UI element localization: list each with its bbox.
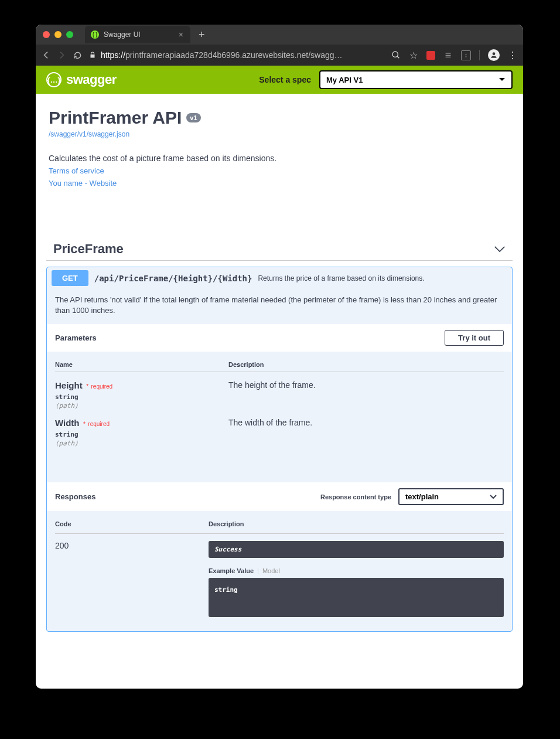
window-titlebar: { } Swagger UI × + <box>36 25 523 45</box>
param-type: string <box>55 431 228 438</box>
address-bar: https://printframerapiaada728d4b6996.azu… <box>36 45 523 66</box>
url-field[interactable]: https://printframerapiaada728d4b6996.azu… <box>89 50 384 60</box>
api-description: Calculates the cost of a picture frame b… <box>49 154 510 163</box>
param-name: Width <box>55 418 80 428</box>
swagger-logo-text: swagger <box>66 72 117 87</box>
method-badge: GET <box>52 270 88 286</box>
response-code: 200 <box>55 541 209 617</box>
param-name: Height <box>55 380 83 390</box>
divider: | <box>257 567 259 574</box>
operation-header[interactable]: GET /api/PriceFrame/{Height}/{Width} Ret… <box>47 267 512 289</box>
param-type: string <box>55 393 228 401</box>
operation-get-priceframe: GET /api/PriceFrame/{Height}/{Width} Ret… <box>46 267 513 632</box>
maximize-window-button[interactable] <box>66 31 73 38</box>
param-row-width: Width * required string (path) The width… <box>55 410 504 447</box>
swagger-topbar: {…} swagger Select a spec My API V1 <box>36 66 523 94</box>
swagger-logo[interactable]: {…} swagger <box>46 72 117 87</box>
param-header-desc: Description <box>228 361 504 368</box>
swagger-json-link[interactable]: /swagger/v1/swagger.json <box>49 130 510 138</box>
required-label: required <box>91 383 112 390</box>
section-title: PriceFrame <box>53 241 124 257</box>
spec-select-value: My API V1 <box>326 76 363 84</box>
operation-path: /api/PriceFrame/{Height}/{Width} <box>94 274 252 283</box>
api-title: PrintFramer API v1 <box>49 108 510 128</box>
try-it-out-button[interactable]: Try it out <box>445 330 504 346</box>
contact-link[interactable]: You name - Website <box>49 179 510 188</box>
separator <box>479 50 480 60</box>
content-type-value: text/plain <box>405 492 439 501</box>
section-priceframe-header[interactable]: PriceFrame <box>46 238 513 261</box>
operation-summary: Returns the price of a frame based on it… <box>258 274 424 282</box>
response-description: Success <box>209 541 504 558</box>
swagger-logo-icon: {…} <box>46 72 62 87</box>
param-in: (path) <box>55 440 228 447</box>
required-label: required <box>88 421 110 427</box>
svg-point-1 <box>493 52 496 55</box>
minimize-window-button[interactable] <box>54 31 62 38</box>
chevron-down-icon <box>490 495 497 499</box>
reload-icon[interactable] <box>73 51 82 60</box>
browser-tab-active[interactable]: { } Swagger UI × <box>85 26 190 43</box>
param-header-name: Name <box>55 361 228 368</box>
browser-window: { } Swagger UI × + https://printframerap… <box>36 25 523 689</box>
content-type-dropdown[interactable]: text/plain <box>398 488 504 505</box>
operation-description: The API returns 'not valid' if the total… <box>55 295 504 316</box>
example-value-tab[interactable]: Example Value <box>209 567 254 574</box>
responses-heading: Responses <box>55 492 95 501</box>
profile-avatar[interactable] <box>488 49 500 61</box>
version-badge: v1 <box>186 113 200 122</box>
svg-point-0 <box>392 52 398 57</box>
param-description: The width of the frame. <box>228 418 504 447</box>
browser-tabs: { } Swagger UI × + <box>85 26 205 43</box>
spec-select-dropdown[interactable]: My API V1 <box>319 70 513 89</box>
tab-favicon: { } <box>91 30 99 39</box>
required-star: * <box>86 383 88 390</box>
chevron-down-icon <box>494 246 506 253</box>
param-in: (path) <box>55 402 228 410</box>
lock-icon <box>89 52 96 59</box>
resp-header-desc: Description <box>209 520 244 527</box>
window-controls <box>43 31 73 38</box>
close-window-button[interactable] <box>43 31 50 38</box>
extension-icon-2[interactable]: ≡ <box>443 50 453 60</box>
chevron-down-icon <box>498 77 506 82</box>
tab-title: Swagger UI <box>104 30 141 39</box>
content-type-label: Response content type <box>320 493 391 500</box>
spec-select-label: Select a spec <box>259 75 311 84</box>
star-icon[interactable]: ☆ <box>409 50 418 60</box>
tab-close-icon[interactable]: × <box>179 30 183 39</box>
url-text: https://printframerapiaada728d4b6996.azu… <box>101 50 343 60</box>
param-row-height: Height * required string (path) The heig… <box>55 372 504 410</box>
required-star: * <box>83 421 86 427</box>
resp-header-code: Code <box>55 520 209 527</box>
new-tab-button[interactable]: + <box>199 29 205 41</box>
parameters-heading: Parameters <box>55 333 97 342</box>
extension-icon-3[interactable]: ↕ <box>461 50 471 60</box>
response-row-200: 200 Success Example Value | Model string <box>55 534 504 617</box>
extension-icon-1[interactable] <box>426 51 435 60</box>
terms-link[interactable]: Terms of service <box>49 166 510 175</box>
param-description: The height of the frame. <box>228 380 504 410</box>
model-tab[interactable]: Model <box>262 567 280 574</box>
zoom-icon[interactable] <box>391 50 401 60</box>
menu-dots-icon[interactable]: ⋮ <box>508 50 517 60</box>
nav-forward-icon[interactable] <box>57 50 66 60</box>
nav-back-icon[interactable] <box>42 50 51 60</box>
example-value-box: string <box>209 578 504 617</box>
